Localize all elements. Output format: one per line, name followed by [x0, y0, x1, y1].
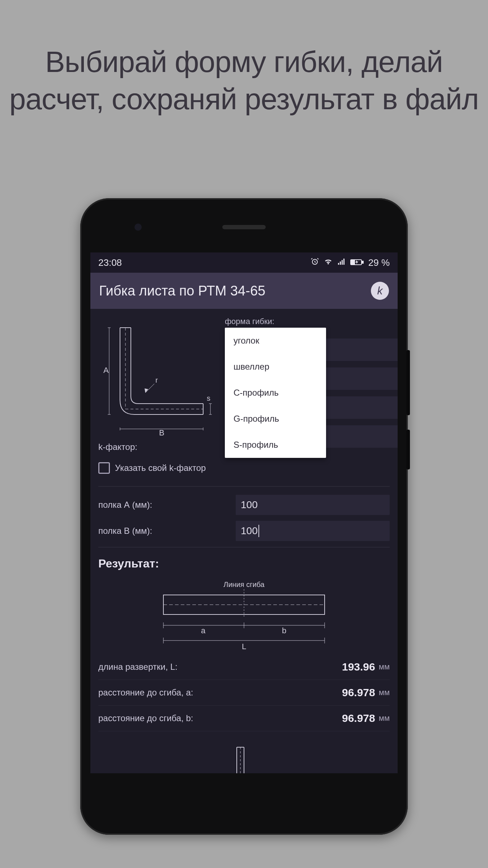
- svg-text:Линия сгиба: Линия сгиба: [223, 580, 265, 588]
- custom-k-checkbox[interactable]: [98, 462, 110, 474]
- shape-option-channel[interactable]: швеллер: [225, 354, 326, 380]
- speaker-grill: [222, 225, 266, 229]
- custom-k-checkbox-row[interactable]: Указать свой k-фактор: [98, 462, 390, 474]
- dim-b-label: B: [159, 428, 164, 436]
- result-value-length: 193.96: [342, 661, 375, 673]
- flange-a-input[interactable]: 100: [236, 495, 390, 515]
- svg-rect-7: [351, 260, 355, 264]
- custom-k-label: Указать свой k-фактор: [115, 463, 206, 473]
- status-time: 23:08: [98, 257, 122, 268]
- screen: 23:08 29 % Гибка листа по РТМ 34-65 k: [90, 252, 398, 773]
- result-row-length: длина развертки, L: 193.96 мм: [98, 654, 390, 680]
- result-heading: Результат:: [98, 557, 390, 570]
- result-diagram: Линия сгиба a b L: [98, 578, 390, 654]
- result-label-b: расстояние до сгиба, b:: [98, 713, 342, 723]
- svg-text:a: a: [201, 626, 206, 635]
- shape-label: форма гибки:: [225, 317, 390, 326]
- content-area: A B r s форма гибки:: [90, 309, 398, 773]
- result-value-a: 96.978: [342, 686, 375, 699]
- result-unit-length: мм: [379, 662, 390, 672]
- signal-icon: [337, 257, 346, 268]
- volume-button: [406, 350, 410, 415]
- svg-rect-4: [343, 259, 344, 265]
- dim-a-label: A: [103, 366, 109, 375]
- battery-percent: 29 %: [368, 257, 390, 268]
- bend-diagram: A B r s: [98, 317, 218, 436]
- result-label-a: расстояние до сгиба, a:: [98, 688, 342, 698]
- svg-rect-3: [342, 260, 343, 265]
- status-bar: 23:08 29 %: [90, 252, 398, 273]
- result-unit-b: мм: [379, 714, 390, 723]
- proximity-sensor: [134, 224, 142, 231]
- result-unit-a: мм: [379, 688, 390, 697]
- svg-line-18: [145, 384, 154, 393]
- dim-s-label: s: [207, 394, 210, 402]
- svg-text:L: L: [242, 642, 246, 651]
- result-thumbnail: L a: [98, 744, 390, 773]
- app-title: Гибка листа по РТМ 34-65: [99, 283, 371, 299]
- shape-option-g[interactable]: G-профиль: [225, 406, 326, 432]
- dim-r-label: r: [155, 376, 158, 384]
- separator-2: [98, 547, 390, 548]
- svg-text:b: b: [282, 626, 286, 635]
- shape-dropdown[interactable]: уголок швеллер С-профиль G-профиль S-про…: [225, 328, 326, 458]
- power-button: [406, 430, 410, 469]
- shape-option-s[interactable]: S-профиль: [225, 432, 326, 458]
- flange-b-input[interactable]: 100: [236, 521, 390, 541]
- k-badge-icon[interactable]: k: [371, 282, 389, 300]
- battery-icon: [350, 257, 364, 268]
- app-bar: Гибка листа по РТМ 34-65 k: [90, 273, 398, 309]
- result-value-b: 96.978: [342, 712, 375, 724]
- result-label-length: длина развертки, L:: [98, 662, 342, 672]
- alarm-icon: [311, 257, 319, 268]
- kfactor-label: k-фактор:: [98, 442, 236, 452]
- svg-rect-1: [338, 263, 339, 265]
- text-cursor: [258, 525, 259, 537]
- svg-rect-6: [362, 261, 363, 263]
- shape-option-c[interactable]: С-профиль: [225, 380, 326, 406]
- headline: Выбирай форму гибки, делай расчет, сохра…: [0, 43, 488, 118]
- result-row-b: расстояние до сгиба, b: 96.978 мм: [98, 706, 390, 731]
- result-row-a: расстояние до сгиба, a: 96.978 мм: [98, 680, 390, 706]
- svg-rect-2: [340, 261, 341, 265]
- flange-a-label: полка А (мм):: [98, 500, 236, 510]
- separator: [98, 486, 390, 487]
- shape-option-angle[interactable]: уголок: [225, 328, 326, 354]
- flange-b-label: полка В (мм):: [98, 526, 236, 536]
- phone-frame: 23:08 29 % Гибка листа по РТМ 34-65 k: [80, 198, 408, 835]
- wifi-icon: [324, 257, 333, 268]
